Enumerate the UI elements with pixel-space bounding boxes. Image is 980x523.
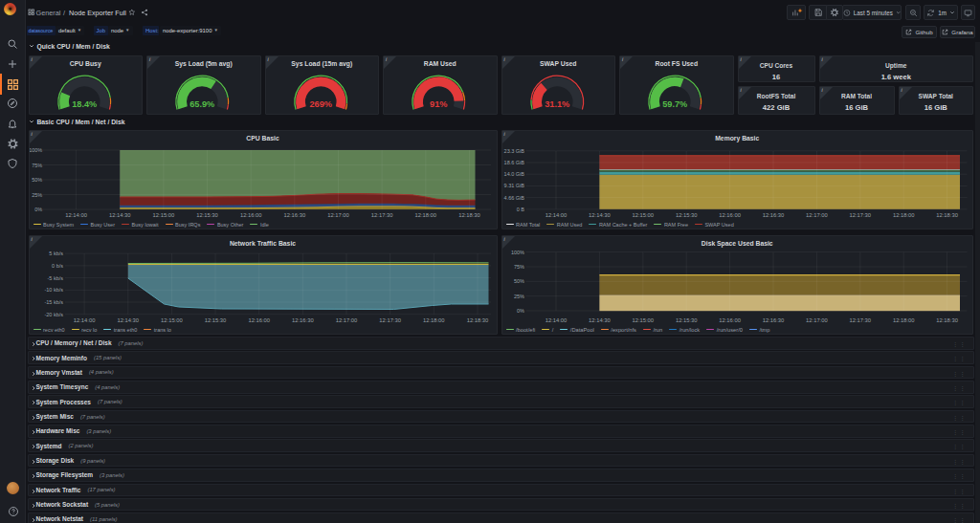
svg-text:269%: 269%: [309, 99, 332, 109]
svg-text:-5 kb/s: -5 kb/s: [47, 275, 63, 281]
svg-text:100%: 100%: [30, 147, 42, 153]
svg-text:-10 kb/s: -10 kb/s: [44, 287, 63, 293]
svg-text:12:14:00: 12:14:00: [545, 212, 567, 218]
svg-text:12:17:00: 12:17:00: [806, 212, 828, 218]
svg-text:12:15:00: 12:15:00: [632, 212, 654, 218]
svg-text:12:17:30: 12:17:30: [849, 212, 871, 218]
svg-text:12:16:00: 12:16:00: [248, 317, 270, 323]
svg-text:12:18:30: 12:18:30: [936, 317, 958, 323]
svg-text:31.1%: 31.1%: [545, 99, 569, 109]
svg-text:12:18:30: 12:18:30: [936, 212, 958, 218]
svg-text:12:17:00: 12:17:00: [335, 317, 357, 323]
svg-text:12:15:30: 12:15:30: [204, 317, 226, 323]
svg-text:0%: 0%: [517, 308, 524, 314]
svg-text:12:15:30: 12:15:30: [196, 212, 218, 218]
svg-text:4.66 GiB: 4.66 GiB: [503, 195, 524, 201]
svg-text:12:17:30: 12:17:30: [370, 212, 392, 218]
svg-text:12:16:30: 12:16:30: [762, 212, 784, 218]
svg-text:14.0 GiB: 14.0 GiB: [503, 171, 524, 177]
svg-text:50%: 50%: [32, 177, 42, 183]
svg-text:12:14:30: 12:14:30: [589, 212, 611, 218]
svg-text:23.3 GiB: 23.3 GiB: [503, 148, 524, 154]
svg-text:0 B: 0 B: [516, 207, 524, 212]
svg-text:12:15:00: 12:15:00: [632, 317, 654, 323]
svg-text:12:18:30: 12:18:30: [458, 212, 480, 218]
svg-text:0 b/s: 0 b/s: [52, 263, 63, 269]
svg-text:12:15:00: 12:15:00: [152, 212, 174, 218]
svg-text:12:15:00: 12:15:00: [161, 317, 183, 323]
svg-text:12:18:00: 12:18:00: [423, 317, 445, 323]
svg-text:9.31 GiB: 9.31 GiB: [503, 183, 524, 188]
svg-text:12:16:00: 12:16:00: [239, 212, 261, 218]
svg-text:12:16:00: 12:16:00: [719, 317, 741, 323]
svg-text:12:17:00: 12:17:00: [806, 317, 828, 323]
svg-text:12:16:00: 12:16:00: [719, 212, 741, 218]
svg-text:12:14:30: 12:14:30: [589, 317, 611, 323]
svg-text:12:18:00: 12:18:00: [414, 212, 436, 218]
svg-text:12:17:30: 12:17:30: [379, 317, 401, 323]
svg-text:12:16:30: 12:16:30: [292, 317, 314, 323]
svg-text:12:14:00: 12:14:00: [545, 317, 567, 323]
svg-text:12:16:30: 12:16:30: [762, 317, 784, 323]
svg-text:91%: 91%: [430, 99, 447, 109]
svg-text:18.4%: 18.4%: [72, 99, 97, 109]
svg-text:12:14:00: 12:14:00: [65, 212, 87, 218]
svg-text:12:14:30: 12:14:30: [117, 317, 139, 323]
svg-text:12:18:00: 12:18:00: [892, 212, 914, 218]
svg-text:12:14:30: 12:14:30: [108, 212, 130, 218]
svg-text:0%: 0%: [34, 207, 42, 212]
svg-text:5 kb/s: 5 kb/s: [49, 251, 63, 256]
svg-text:75%: 75%: [513, 264, 523, 270]
svg-text:75%: 75%: [32, 163, 42, 168]
svg-text:25%: 25%: [32, 192, 42, 198]
svg-text:12:18:30: 12:18:30: [466, 317, 488, 323]
svg-text:-15 kb/s: -15 kb/s: [44, 299, 63, 305]
svg-text:18.6 GiB: 18.6 GiB: [503, 160, 524, 165]
svg-text:12:14:00: 12:14:00: [73, 317, 95, 323]
svg-text:12:15:30: 12:15:30: [675, 317, 697, 323]
svg-text:50%: 50%: [513, 278, 523, 284]
svg-text:59.7%: 59.7%: [662, 99, 687, 109]
svg-text:12:17:30: 12:17:30: [849, 317, 871, 323]
svg-text:12:16:30: 12:16:30: [283, 212, 305, 218]
svg-text:25%: 25%: [513, 294, 523, 299]
svg-text:-20 kb/s: -20 kb/s: [44, 312, 63, 317]
svg-text:65.9%: 65.9%: [189, 99, 214, 109]
svg-text:12:15:30: 12:15:30: [675, 212, 697, 218]
svg-text:12:18:00: 12:18:00: [892, 317, 914, 323]
svg-text:12:17:00: 12:17:00: [327, 212, 349, 218]
svg-text:100%: 100%: [510, 250, 523, 255]
